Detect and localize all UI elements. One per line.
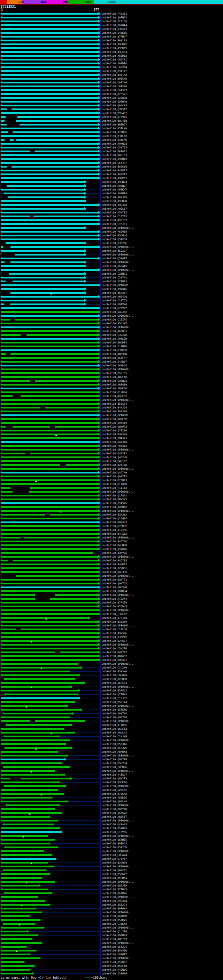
hit-label[interactable]: UniRef100_Q45K16 (102, 31, 127, 35)
hit-bar[interactable] (1, 498, 99, 500)
hit-bar[interactable] (1, 495, 99, 496)
hit-bar[interactable] (1, 342, 99, 344)
hit-bar[interactable] (1, 751, 58, 752)
hit-bar[interactable] (1, 602, 99, 603)
hit-bar[interactable] (1, 349, 99, 351)
hit-bar[interactable] (1, 67, 99, 68)
hit-bar[interactable] (1, 839, 55, 841)
hit-bar[interactable] (1, 388, 99, 389)
hit-bar[interactable] (1, 525, 99, 527)
hit-label[interactable]: UniRef100_Q1HR34 (102, 390, 127, 394)
hit-bar[interactable] (1, 640, 99, 642)
hit-bar[interactable] (1, 170, 99, 172)
hit-label[interactable]: UniRef100_B5RIY4 (102, 700, 127, 704)
hit-label[interactable]: UniRef100_Q28CK5 (102, 788, 127, 792)
hit-label[interactable]: UniRef100_UPI0000.... (102, 754, 135, 757)
hit-bar[interactable] (1, 697, 80, 699)
hit-label[interactable]: UniRef100_A9NPF3 (102, 176, 127, 180)
hit-bar[interactable] (1, 682, 85, 684)
hit-label[interactable]: UniRef100_B7QDV5 (102, 605, 127, 608)
hit-label[interactable]: UniRef100_P04339 (102, 409, 127, 414)
hit-label[interactable]: UniRef100_C0H8Z4 (102, 673, 127, 677)
hit-label[interactable]: UniRef100_Q3R5I7 (102, 107, 127, 111)
hit-label[interactable]: UniRef100_B2Y148 (102, 463, 127, 467)
hit-label[interactable]: UniRef100_B9W046 (102, 287, 127, 291)
hit-bar[interactable] (1, 904, 50, 905)
hit-label[interactable]: UniRef100_P11163 (102, 486, 127, 490)
hit-label[interactable]: UniRef100_B5DXL7 (102, 249, 127, 253)
hit-label[interactable]: UniRef100_B9T5N6 (102, 77, 127, 81)
hit-bar[interactable] (1, 548, 99, 550)
hit-bar[interactable] (1, 671, 70, 672)
hit-bar[interactable] (1, 292, 86, 294)
hit-label[interactable]: UniRef100_Q5TZG4 (102, 945, 127, 949)
hit-bar[interactable] (1, 196, 86, 198)
hit-label[interactable]: UniRef100_B5FXA6 (102, 742, 127, 746)
hit-bar[interactable] (1, 438, 99, 439)
hit-bar[interactable] (1, 472, 99, 474)
hit-bar[interactable] (1, 105, 99, 107)
hit-label[interactable]: UniRef100_Q6NYF3 (102, 776, 127, 780)
hit-bar[interactable] (1, 166, 99, 167)
hit-label[interactable]: UniRef100_Q9VQN6 (102, 547, 127, 551)
hit-label[interactable]: UniRef100_C6TCB6 (102, 84, 127, 88)
hit-bar[interactable] (4, 892, 52, 894)
hit-bar[interactable] (1, 651, 99, 653)
hit-bar[interactable] (1, 231, 99, 232)
hit-bar[interactable] (1, 441, 99, 443)
hit-label[interactable]: UniRef100_A9JRD6 (102, 796, 127, 800)
hit-label[interactable]: UniRef100_UPI0000.... (102, 685, 135, 689)
hit-label[interactable]: UniRef100_B2GUC8 (102, 677, 127, 681)
hit-bar[interactable] (1, 280, 86, 282)
hit-label[interactable]: UniRef100_UPI0000.... (102, 719, 135, 723)
hit-label[interactable]: UniRef100_UPI0000.... (102, 509, 135, 513)
hit-bar[interactable] (1, 93, 99, 95)
hit-label[interactable]: UniRef100_A5PMK4 (102, 876, 127, 880)
hit-bar[interactable] (1, 55, 99, 57)
hit-label[interactable]: UniRef100_Q5F3V9 (102, 746, 127, 750)
hit-bar[interactable] (1, 59, 99, 60)
hit-label[interactable]: UniRef100_Q66JB8 (102, 884, 127, 888)
hit-bar[interactable] (1, 816, 50, 818)
hit-bar[interactable] (1, 896, 39, 898)
hit-bar[interactable] (1, 808, 55, 810)
hit-label[interactable]: UniRef100_Q1LYE6 (102, 929, 127, 934)
hit-label[interactable]: UniRef100_A8WK66 (102, 387, 127, 390)
hit-label[interactable]: UniRef100_Q17861 (102, 494, 127, 498)
hit-bar[interactable] (1, 101, 99, 103)
hit-bar[interactable] (1, 143, 99, 145)
hit-label[interactable]: UniRef100_Q5XGV2 (102, 811, 127, 815)
hit-label[interactable]: UniRef100_B9I117 (102, 69, 127, 73)
hit-label[interactable]: UniRef100_A7SJK4 (102, 597, 127, 601)
hit-label[interactable]: UniRef100_UPI0001.... (102, 624, 135, 627)
hit-bar[interactable] (1, 621, 99, 623)
hit-bar[interactable] (1, 204, 99, 206)
hit-bar[interactable] (1, 716, 70, 718)
hit-label[interactable]: UniRef100_UPI0000.... (102, 398, 135, 402)
hit-label[interactable]: UniRef100_B4F153 (102, 153, 127, 157)
hit-bar[interactable] (1, 973, 34, 974)
hit-label[interactable]: UniRef100_C0SWB7 (102, 953, 127, 956)
hit-bar[interactable] (4, 192, 86, 194)
hit-label[interactable]: UniRef100_B0R0W2 (102, 907, 127, 910)
hit-label[interactable]: UniRef100_A7P527 (102, 92, 127, 96)
hit-bar[interactable] (1, 831, 62, 833)
hit-bar[interactable] (1, 460, 99, 462)
hit-label[interactable]: UniRef100_UPI0000.... (102, 245, 135, 249)
hit-bar[interactable] (1, 307, 99, 309)
hit-bar[interactable] (1, 319, 99, 321)
hit-bar[interactable] (1, 793, 64, 795)
hit-label[interactable]: UniRef100_B7ZQR5 (102, 723, 127, 727)
hit-bar[interactable] (1, 284, 99, 286)
hit-bar[interactable] (1, 288, 86, 290)
hit-bar[interactable] (1, 32, 99, 34)
hit-label[interactable]: UniRef100_UPI0000.... (102, 490, 135, 494)
hit-bar[interactable] (1, 770, 55, 772)
hit-label[interactable]: UniRef100_Q90YR8 (102, 757, 127, 761)
hit-label[interactable]: UniRef100_B5DGN7 (102, 872, 127, 876)
hit-label[interactable]: UniRef100_Q8T8S4 (102, 589, 127, 593)
hit-bar[interactable] (1, 464, 99, 466)
hit-label[interactable]: UniRef100_C3Y7H1 (102, 276, 127, 280)
hit-label[interactable]: UniRef100_C1MJ31 (102, 222, 127, 226)
hit-bar[interactable] (1, 701, 75, 703)
